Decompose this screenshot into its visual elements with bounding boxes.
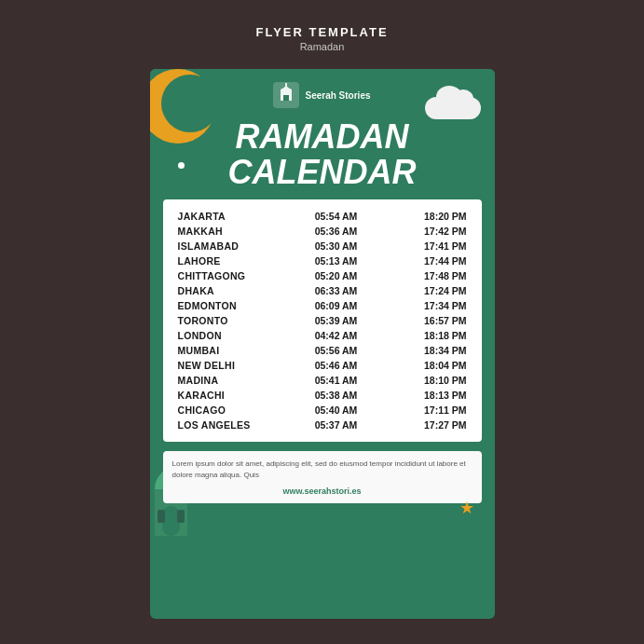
svg-rect-6 bbox=[158, 510, 165, 523]
time-iftar: 18:20 PM bbox=[402, 211, 467, 222]
time-suhoor: 05:30 AM bbox=[304, 240, 369, 252]
time-suhoor: 05:41 AM bbox=[304, 375, 369, 386]
city-name: TORONTO bbox=[178, 315, 271, 326]
footer-body-text: Lorem ipsum dolor sit amet, adipiscing e… bbox=[172, 459, 473, 481]
time-iftar: 17:34 PM bbox=[402, 300, 467, 311]
table-row: KARACHI05:38 AM18:13 PM bbox=[174, 388, 471, 403]
table-row: LAHORE05:13 AM17:44 PM bbox=[174, 253, 471, 268]
flyer-card: Seerah Stories RAMADAN CALENDAR JAKARTA0… bbox=[150, 69, 495, 619]
table-row: TORONTO05:39 AM16:57 PM bbox=[174, 313, 471, 328]
time-iftar: 17:11 PM bbox=[402, 404, 467, 416]
time-iftar: 17:42 PM bbox=[402, 226, 467, 237]
table-row: DHAKA06:33 AM17:24 PM bbox=[174, 283, 471, 298]
time-iftar: 17:27 PM bbox=[402, 419, 467, 431]
time-iftar: 17:48 PM bbox=[402, 270, 467, 281]
table-row: NEW DELHI05:46 AM18:04 PM bbox=[174, 358, 471, 373]
flyer-header: Seerah Stories bbox=[150, 69, 495, 108]
brand-name: Seerah Stories bbox=[305, 89, 370, 102]
table-row: JAKARTA05:54 AM18:20 PM bbox=[174, 209, 471, 224]
time-suhoor: 05:39 AM bbox=[304, 315, 369, 326]
time-suhoor: 05:40 AM bbox=[304, 404, 369, 416]
city-name: MADINA bbox=[178, 375, 271, 386]
table-row: LONDON04:42 AM18:18 PM bbox=[174, 328, 471, 343]
city-name: CHITTAGONG bbox=[178, 270, 271, 281]
page-subtitle: Ramadan bbox=[255, 41, 388, 52]
time-iftar: 16:57 PM bbox=[402, 315, 467, 326]
city-name: MUMBAI bbox=[178, 345, 271, 356]
city-name: LONDON bbox=[178, 330, 271, 341]
time-iftar: 17:41 PM bbox=[402, 240, 467, 252]
city-name: KARACHI bbox=[178, 390, 271, 401]
table-row: LOS ANGELES05:37 AM17:27 PM bbox=[174, 418, 471, 432]
page-title-area: FLYER TEMPLATE Ramadan bbox=[255, 25, 388, 62]
time-suhoor: 05:46 AM bbox=[304, 360, 369, 371]
time-suhoor: 05:36 AM bbox=[304, 226, 369, 237]
city-name: DHAKA bbox=[178, 285, 271, 296]
time-suhoor: 06:33 AM bbox=[304, 285, 369, 296]
time-iftar: 18:18 PM bbox=[402, 330, 467, 341]
time-suhoor: 05:37 AM bbox=[304, 419, 369, 431]
svg-point-2 bbox=[285, 83, 287, 85]
time-suhoor: 04:42 AM bbox=[304, 330, 369, 341]
mosque-icon bbox=[273, 82, 299, 108]
city-name: LOS ANGELES bbox=[178, 419, 271, 431]
table-row: MUMBAI05:56 AM18:34 PM bbox=[174, 343, 471, 358]
svg-rect-7 bbox=[177, 510, 185, 523]
city-name: NEW DELHI bbox=[178, 360, 271, 371]
star-icon: ★ bbox=[459, 498, 474, 518]
city-name: CHICAGO bbox=[178, 404, 271, 416]
time-suhoor: 06:09 AM bbox=[304, 300, 369, 311]
time-suhoor: 05:20 AM bbox=[304, 270, 369, 281]
table-row: MADINA05:41 AM18:10 PM bbox=[174, 373, 471, 388]
table-row: ISLAMABAD05:30 AM17:41 PM bbox=[174, 239, 471, 253]
time-iftar: 17:44 PM bbox=[402, 255, 467, 267]
city-name: JAKARTA bbox=[178, 211, 271, 222]
time-iftar: 18:10 PM bbox=[402, 375, 467, 386]
city-name: EDMONTON bbox=[178, 300, 271, 311]
city-name: LAHORE bbox=[178, 255, 271, 267]
table-row: MAKKAH05:36 AM17:42 PM bbox=[174, 224, 471, 239]
title-section: RAMADAN CALENDAR bbox=[150, 114, 495, 199]
brand-row: Seerah Stories bbox=[169, 82, 476, 108]
time-suhoor: 05:56 AM bbox=[304, 345, 369, 356]
flyer-footer: Lorem ipsum dolor sit amet, adipiscing e… bbox=[163, 451, 482, 503]
svg-rect-1 bbox=[283, 95, 289, 101]
main-title: RAMADAN CALENDAR bbox=[169, 119, 476, 190]
table-row: CHITTAGONG05:20 AM17:48 PM bbox=[174, 268, 471, 283]
city-name: MAKKAH bbox=[178, 226, 271, 237]
time-iftar: 18:34 PM bbox=[402, 345, 467, 356]
page-title: FLYER TEMPLATE bbox=[255, 25, 388, 39]
table-row: EDMONTON06:09 AM17:34 PM bbox=[174, 298, 471, 313]
table-row: CHICAGO05:40 AM17:11 PM bbox=[174, 403, 471, 418]
time-iftar: 18:04 PM bbox=[402, 360, 467, 371]
time-iftar: 17:24 PM bbox=[402, 285, 467, 296]
footer-url: www.seerahstori.es bbox=[172, 486, 473, 496]
time-iftar: 18:13 PM bbox=[402, 390, 467, 401]
time-suhoor: 05:38 AM bbox=[304, 390, 369, 401]
city-table: JAKARTA05:54 AM18:20 PMMAKKAH05:36 AM17:… bbox=[163, 199, 482, 442]
time-suhoor: 05:13 AM bbox=[304, 255, 369, 267]
city-name: ISLAMABAD bbox=[178, 240, 271, 252]
time-suhoor: 05:54 AM bbox=[304, 211, 369, 222]
